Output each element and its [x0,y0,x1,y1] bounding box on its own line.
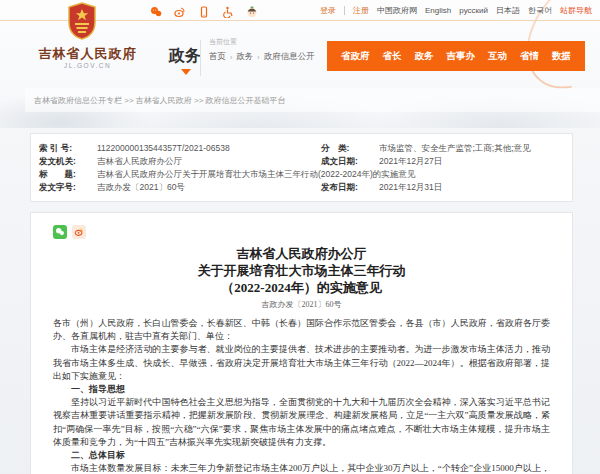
divider [344,6,345,15]
document-title-line1: 吉林省人民政府办公厅 [53,245,550,262]
meta-row: 发文机关: 吉林省人民政府办公厅 成文日期: 2021年12月27日 [39,155,564,168]
social-icon-group [150,4,258,16]
meta-index-value: 11220000013544357T/2021-06538 [97,142,321,155]
meta-row: 索 引 号: 11220000013544357T/2021-06538 分 类… [39,142,564,155]
meta-date-written-value: 2021年12月27日 [379,155,564,168]
overall-goals-paragraph: 市场主体数量发展目标：未来三年力争新登记市场主体200万户以上，其中企业30万户… [53,462,550,474]
breadcrumb-info-disclosure[interactable]: 政府信息公开 [264,51,315,63]
document-number: 吉政办发〔2021〕60号 [53,299,550,310]
intro-paragraph: 市场主体是经济活动的主要参与者、就业岗位的主要提供者、技术进步的主要推动者。为进… [53,343,550,383]
meta-date-written: 成文日期: 2021年12月27日 [321,155,564,168]
document-body: 各市（州）人民政府，长白山管委会，长春新区、中韩（长春）国际合作示范区管委会，各… [53,317,550,474]
site-nav-link[interactable]: 站群导航 [560,5,592,16]
section-title: 政务 [169,46,201,67]
meta-index: 索 引 号: 11220000013544357T/2021-06538 [39,142,321,155]
breadcrumb: 首页 › 政务 › 政府信息公开 [209,51,315,63]
meta-title-value: 吉林省人民政府办公厅关于开展培育壮大市场主体三年行动(2022-2024年)的实… [97,168,564,181]
mobile-icon[interactable] [198,4,210,16]
login-link[interactable]: 登录 [320,5,336,16]
section-heading-1: 一、指导思想 [53,383,550,396]
meta-agency: 发文机关: 吉林省人民政府办公厅 [39,155,321,168]
document-title: 吉林省人民政府办公厅 关于开展培育壮大市场主体三年行动 （2022-2024年）… [53,245,550,296]
document-title-line3: （2022-2024年）的实施意见 [53,279,550,296]
meta-docnum-label: 发文字号: [39,181,97,194]
meta-title-label: 标 题: [39,168,97,181]
english-link[interactable]: English [425,6,451,15]
document-meta-panel: 索 引 号: 11220000013544357T/2021-06538 分 类… [30,133,573,202]
japanese-link[interactable]: 日本語 [496,5,520,16]
accessibility-icon[interactable] [222,4,234,16]
main-nav: 省政府 省长 政务 吉事办 互动 省情 数据 [327,41,585,71]
divider [200,40,201,76]
nav-item-interaction[interactable]: 互动 [488,50,507,63]
russian-link[interactable]: русский [459,6,488,15]
guiding-ideology-paragraph: 坚持以习近平新时代中国特色社会主义思想为指导，全面贯彻党的十九大和十九届历次全会… [53,396,550,449]
meta-category: 分 类: 市场监管、安全生产监管;工商;其他;意见 [321,142,564,155]
path-text: 吉林省政府信息公开专栏 >> 吉林省人民政府 >> 政府信息公开基础平台 [25,95,286,106]
meta-date-pub-value: 2021年12月31日 [379,181,564,194]
meta-title: 标 题: 吉林省人民政府办公厅关于开展培育壮大市场主体三年行动(2022-202… [39,168,564,181]
share-wechat-icon[interactable] [53,225,67,239]
location-label: 当前位置 [209,37,237,47]
nav-item-data[interactable]: 数据 [552,50,571,63]
share-weibo-icon[interactable] [72,225,86,239]
breadcrumb-zhengwu[interactable]: 政务 [236,51,253,63]
meta-docnum: 发文字号: 吉政办发〔2021〕60号 [39,181,321,194]
wechat-icon[interactable] [150,4,162,16]
document-panel: 吉林省人民政府办公厅 关于开展培育壮大市场主体三年行动 （2022-2024年）… [30,212,573,474]
breadcrumb-home[interactable]: 首页 [209,51,226,63]
meta-index-label: 索 引 号: [39,142,97,155]
path-bar: 吉林省政府信息公开专栏 >> 吉林省人民政府 >> 政府信息公开基础平台 [25,88,600,112]
page: 登录 注册 中国政府网 English русский 日本語 한국어 站群导航… [0,0,600,474]
meta-row: 标 题: 吉林省人民政府办公厅关于开展培育壮大市场主体三年行动(2022-202… [39,168,564,181]
korean-link[interactable]: 한국어 [528,5,552,16]
meta-date-pub: 发布日期: 2021年12月31日 [321,181,564,194]
nav-item-provincial-gov[interactable]: 省政府 [341,50,370,63]
nav-item-zhengwu[interactable]: 政务 [415,50,434,63]
site-domain: JL.GOV.CN [25,62,150,69]
site-name[interactable]: 吉林省人民政府 [25,45,150,63]
mascot-icon[interactable] [246,4,258,16]
register-link[interactable]: 注册 [353,5,369,16]
meta-category-label: 分 类: [321,142,379,155]
meta-category-value: 市场监管、安全生产监管;工商;其他;意见 [379,142,564,155]
govcn-link[interactable]: 中国政府网 [377,5,417,16]
meta-date-pub-label: 发布日期: [321,181,379,194]
breadcrumb-separator: › [230,54,232,61]
national-emblem-icon [67,2,97,44]
meta-agency-label: 发文机关: [39,155,97,168]
nav-item-jishiban[interactable]: 吉事办 [447,50,476,63]
share-row [53,225,550,239]
meta-date-written-label: 成文日期: [321,155,379,168]
salutation-paragraph: 各市（州）人民政府，长白山管委会，长春新区、中韩（长春）国际合作示范区管委会，各… [53,317,550,343]
document-title-line2: 关于开展培育壮大市场主体三年行动 [53,262,550,279]
weibo-icon[interactable] [174,4,186,16]
utility-links: 登录 注册 中国政府网 English русский 日本語 한국어 站群导航 [320,0,592,21]
nav-item-governor[interactable]: 省长 [383,50,402,63]
breadcrumb-separator: › [257,54,259,61]
nav-item-province-info[interactable]: 省情 [520,50,539,63]
meta-docnum-value: 吉政办发〔2021〕60号 [97,181,321,194]
meta-row: 发文字号: 吉政办发〔2021〕60号 发布日期: 2021年12月31日 [39,181,564,194]
meta-agency-value: 吉林省人民政府办公厅 [97,155,321,168]
section-heading-2: 二、总体目标 [53,449,550,462]
caret-down-icon [181,69,191,75]
